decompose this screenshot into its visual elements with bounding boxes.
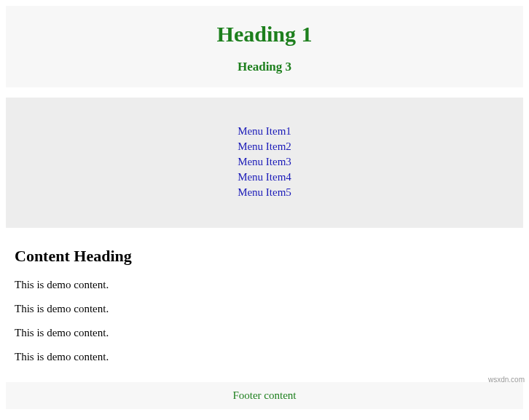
header: Heading 1 Heading 3 (6, 6, 523, 87)
footer-text: Footer content (232, 389, 296, 401)
menu-item-5[interactable]: Menu Item5 (6, 185, 523, 200)
content-paragraph: This is demo content. (15, 351, 522, 363)
menu-item-1[interactable]: Menu Item1 (6, 124, 523, 139)
nav-menu: Menu Item1 Menu Item2 Menu Item3 Menu It… (6, 98, 523, 228)
content-paragraph: This is demo content. (15, 327, 522, 339)
footer: Footer content (6, 382, 523, 409)
content-paragraph: This is demo content. (15, 279, 522, 291)
menu-item-2[interactable]: Menu Item2 (6, 139, 523, 154)
heading-3: Heading 3 (6, 60, 523, 74)
heading-1: Heading 1 (6, 22, 523, 47)
menu-item-4[interactable]: Menu Item4 (6, 170, 523, 185)
content-heading: Content Heading (15, 247, 522, 266)
content-paragraph: This is demo content. (15, 303, 522, 315)
watermark: wsxdn.com (488, 376, 525, 384)
content-section: Content Heading This is demo content. Th… (0, 228, 529, 382)
menu-item-3[interactable]: Menu Item3 (6, 154, 523, 170)
